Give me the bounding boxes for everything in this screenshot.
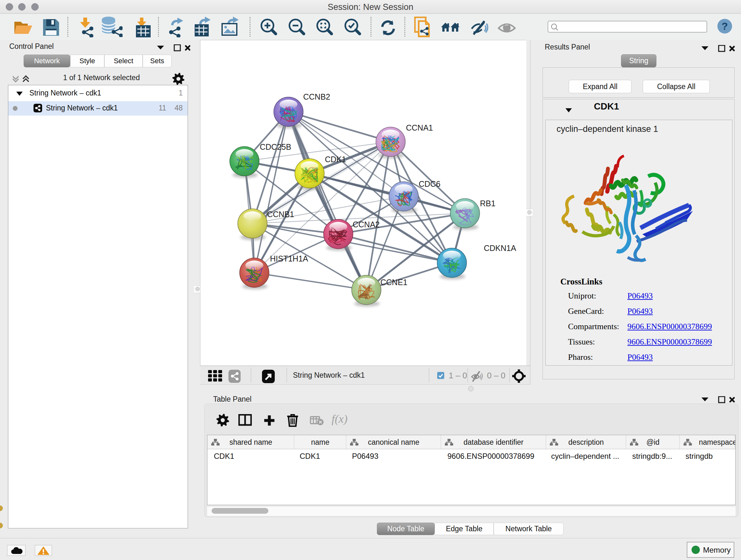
svg-text:CDC25B: CDC25B xyxy=(260,142,291,151)
svg-text:RB1: RB1 xyxy=(480,199,495,208)
svg-text:HIST1H1A: HIST1H1A xyxy=(270,254,308,263)
svg-text:CDK1: CDK1 xyxy=(325,155,346,164)
svg-text:CCNB1: CCNB1 xyxy=(267,210,294,219)
svg-text:CCNA1: CCNA1 xyxy=(406,123,433,132)
svg-text:CCNB2: CCNB2 xyxy=(303,92,330,101)
svg-text:CDC6: CDC6 xyxy=(419,179,441,188)
svg-text:CCNE1: CCNE1 xyxy=(381,278,408,287)
svg-text:CDKN1A: CDKN1A xyxy=(484,244,516,253)
svg-text:CCNA2: CCNA2 xyxy=(353,220,380,229)
